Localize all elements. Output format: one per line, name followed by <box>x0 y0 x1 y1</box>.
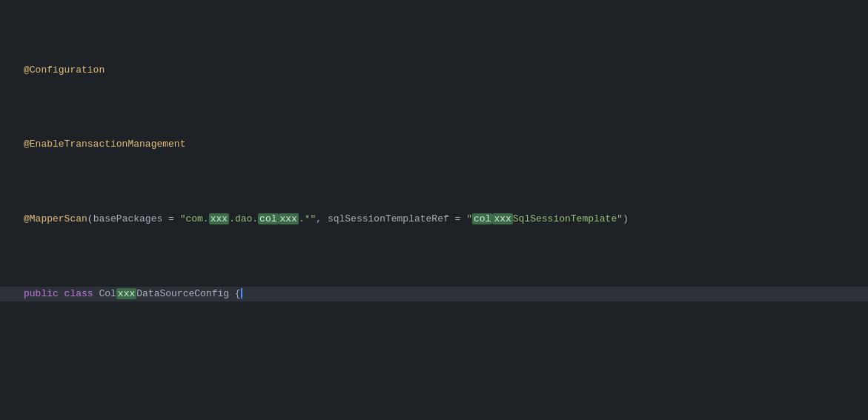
gutter-4 <box>6 288 21 300</box>
line-content-3: @MapperScan(basePackages = "com.xxx.dao.… <box>24 212 862 227</box>
line-content-2: @EnableTransactionManagement <box>24 137 862 152</box>
code-line-3: @MapperScan(basePackages = "com.xxx.dao.… <box>0 212 868 227</box>
text-cursor <box>241 288 242 299</box>
line-content-4: public class ColxxxDataSourceConfig { <box>24 287 862 301</box>
line-content-5 <box>24 361 862 376</box>
gutter-3 <box>6 213 21 225</box>
gutter-2 <box>6 139 21 151</box>
code-line-5 <box>0 361 868 376</box>
code-line-4: public class ColxxxDataSourceConfig { <box>0 287 868 301</box>
code-line-1: @Configuration <box>0 63 868 78</box>
gutter-1 <box>6 64 21 76</box>
line-content-1: @Configuration <box>24 63 862 78</box>
code-editor: @Configuration @EnableTransactionManagem… <box>0 0 868 420</box>
gutter-5 <box>6 362 21 375</box>
code-line-2: @EnableTransactionManagement <box>0 137 868 152</box>
